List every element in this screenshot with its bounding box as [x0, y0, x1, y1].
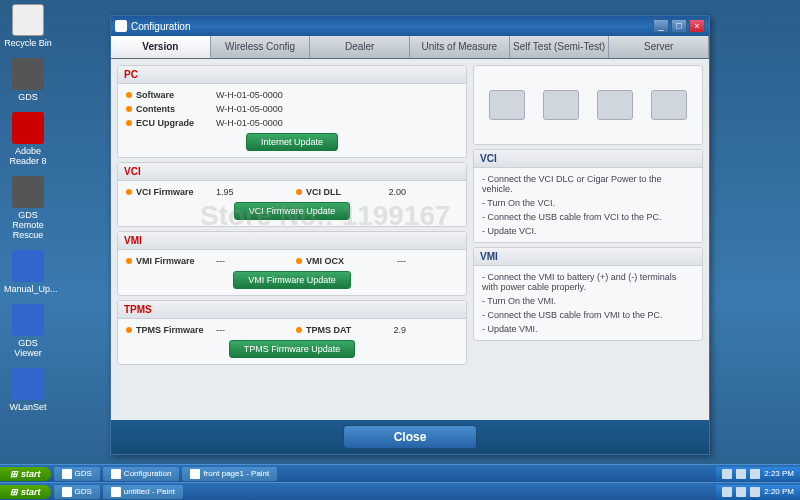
window-title: Configuration	[131, 21, 190, 32]
app-icon	[62, 487, 72, 497]
tray-icon[interactable]	[750, 469, 760, 479]
close-window-button[interactable]: ×	[689, 19, 705, 33]
bullet-icon	[126, 189, 132, 195]
window-icon	[115, 20, 127, 32]
taskbar-item-paint[interactable]: front page1 - Paint	[182, 467, 277, 481]
taskbar-lower[interactable]: ⊞start GDS untitled - Paint 2:20 PM	[0, 482, 800, 500]
vci-update-button[interactable]: VCI Firmware Update	[234, 202, 351, 220]
vmi-info-panel: VMI Connect the VMI to battery (+) and (…	[473, 247, 703, 341]
tray-icon[interactable]	[722, 487, 732, 497]
tray-icon[interactable]	[736, 469, 746, 479]
bullet-icon	[126, 92, 132, 98]
tray-icon[interactable]	[722, 469, 732, 479]
right-column: VCI Connect the VCI DLC or Cigar Power t…	[473, 65, 703, 412]
tray-icon[interactable]	[736, 487, 746, 497]
tpms-update-button[interactable]: TPMS Firmware Update	[229, 340, 356, 358]
tab-wireless[interactable]: Wireless Config	[211, 36, 311, 58]
bullet-icon	[126, 106, 132, 112]
app-icon	[12, 58, 44, 90]
maximize-button[interactable]: □	[671, 19, 687, 33]
app-icon	[190, 469, 200, 479]
pc-row-ecu: ECU UpgradeW-H-01-05-0000	[126, 116, 458, 130]
tab-server[interactable]: Server	[609, 36, 709, 58]
desktop-icon-gds[interactable]: GDS	[4, 58, 52, 102]
app-icon	[111, 469, 121, 479]
pdf-icon	[12, 112, 44, 144]
titlebar[interactable]: Configuration _ □ ×	[111, 16, 709, 36]
tab-bar: Version Wireless Config Dealer Units of …	[111, 36, 709, 59]
pc-panel: PC SoftwareW-H-01-05-0000 ContentsW-H-01…	[117, 65, 467, 158]
taskbar-upper[interactable]: ⊞start GDS Configuration front page1 - P…	[0, 464, 800, 482]
bullet-icon	[126, 258, 132, 264]
app-icon	[12, 176, 44, 208]
tab-selftest[interactable]: Self Test (Semi-Test)	[510, 36, 610, 58]
start-button[interactable]: ⊞start	[0, 485, 51, 499]
desktop-icon-wlan[interactable]: WLanSet	[4, 368, 52, 412]
tpms-header: TPMS	[118, 301, 466, 319]
system-tray[interactable]: 2:23 PM	[716, 467, 800, 481]
start-button[interactable]: ⊞start	[0, 467, 51, 481]
clock: 2:20 PM	[764, 487, 794, 496]
configuration-window: Configuration _ □ × Version Wireless Con…	[110, 15, 710, 455]
connection-diagram	[473, 65, 703, 145]
vmi-header: VMI	[118, 232, 466, 250]
tray-icon[interactable]	[750, 487, 760, 497]
taskbar-item-gds[interactable]: GDS	[54, 467, 100, 481]
app-icon	[12, 304, 44, 336]
doc-icon	[12, 250, 44, 282]
desktop-icon-pdf[interactable]: Adobe Reader 8	[4, 112, 52, 166]
system-tray[interactable]: 2:20 PM	[716, 485, 800, 499]
bullet-icon	[296, 258, 302, 264]
internet-update-button[interactable]: Internet Update	[246, 133, 338, 151]
desktop: Recycle Bin GDS Adobe Reader 8 GDS Remot…	[0, 0, 100, 426]
vci-device-icon	[543, 90, 579, 120]
bullet-icon	[126, 327, 132, 333]
tpms-panel: TPMS TPMS Firmware---TPMS DAT2.9 TPMS Fi…	[117, 300, 467, 365]
pc-row-contents: ContentsW-H-01-05-0000	[126, 102, 458, 116]
close-button[interactable]: Close	[343, 425, 478, 449]
taskbar-item-config[interactable]: Configuration	[103, 467, 180, 481]
taskbar-item-gds[interactable]: GDS	[54, 485, 100, 499]
laptop-icon	[597, 90, 633, 120]
vci-panel: VCI VCI Firmware1.95VCI DLL2.00 VCI Firm…	[117, 162, 467, 227]
vmi-panel: VMI VMI Firmware---VMI OCX--- VMI Firmwa…	[117, 231, 467, 296]
vci-header: VCI	[118, 163, 466, 181]
vmi-info-header: VMI	[474, 248, 702, 266]
vci-info-header: VCI	[474, 150, 702, 168]
pc-header: PC	[118, 66, 466, 84]
windows-icon: ⊞	[10, 469, 18, 479]
clock: 2:23 PM	[764, 469, 794, 478]
bullet-icon	[126, 120, 132, 126]
vci-info-panel: VCI Connect the VCI DLC or Cigar Power t…	[473, 149, 703, 243]
network-icon	[12, 368, 44, 400]
tab-units[interactable]: Units of Measure	[410, 36, 510, 58]
vci-instructions: Connect the VCI DLC or Cigar Power to th…	[482, 172, 694, 238]
bullet-icon	[296, 327, 302, 333]
content-area: PC SoftwareW-H-01-05-0000 ContentsW-H-01…	[111, 59, 709, 418]
vmi-instructions: Connect the VMI to battery (+) and (-) t…	[482, 270, 694, 336]
desktop-icon-recycle[interactable]: Recycle Bin	[4, 4, 52, 48]
app-icon	[62, 469, 72, 479]
vmi-update-button[interactable]: VMI Firmware Update	[233, 271, 351, 289]
desktop-icon-viewer[interactable]: GDS Viewer	[4, 304, 52, 358]
tab-dealer[interactable]: Dealer	[310, 36, 410, 58]
desktop-icon-manual[interactable]: Manual_Up...	[4, 250, 52, 294]
desktop-icon-remote[interactable]: GDS Remote Rescue	[4, 176, 52, 240]
minimize-button[interactable]: _	[653, 19, 669, 33]
vmi-device-icon	[651, 90, 687, 120]
tab-version[interactable]: Version	[111, 36, 211, 58]
window-footer: Close	[111, 420, 709, 454]
windows-icon: ⊞	[10, 487, 18, 497]
trash-icon	[12, 4, 44, 36]
pc-row-software: SoftwareW-H-01-05-0000	[126, 88, 458, 102]
left-column: PC SoftwareW-H-01-05-0000 ContentsW-H-01…	[117, 65, 467, 412]
device-icon	[489, 90, 525, 120]
app-icon	[111, 487, 121, 497]
bullet-icon	[296, 189, 302, 195]
taskbar-item-paint[interactable]: untitled - Paint	[103, 485, 183, 499]
